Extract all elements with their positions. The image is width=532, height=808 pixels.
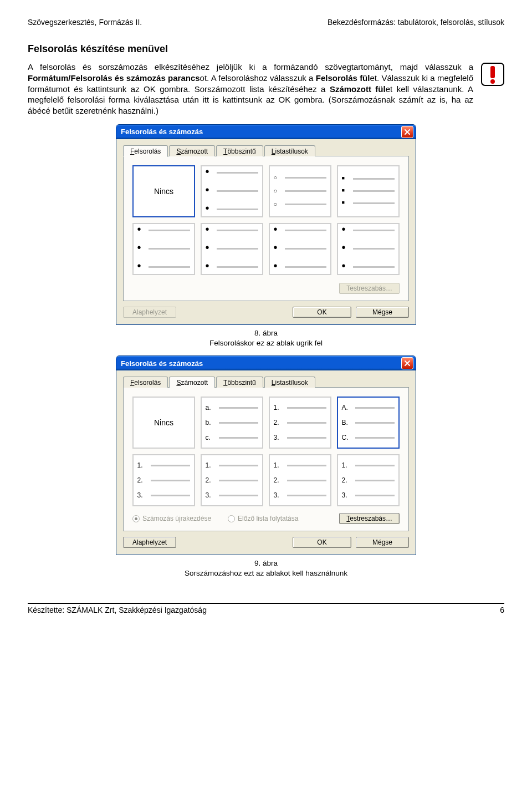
figure-caption-9: 9. ábra Sorszámozáshoz ezt az ablakot ke… [185, 558, 347, 578]
figure-caption-8: 8. ábra Felsoroláskor ez az ablak ugrik … [209, 328, 323, 348]
page-header: Szövegszerkesztés, Formázás II. Bekezdés… [28, 18, 504, 27]
bullet-option-square[interactable]: ■ ■ ■ [337, 165, 400, 217]
tab-bullets[interactable]: Felsorolás [123, 145, 168, 157]
tab-strip-2: Felsorolás Számozott Többszintű Listastí… [123, 377, 409, 388]
bullet-option-disc2[interactable]: • • • [132, 223, 195, 275]
number-option-7[interactable]: 1. 2. 3. [269, 454, 331, 506]
bullet-option-disc4[interactable]: • • • [269, 223, 331, 275]
dialog-title-2: Felsorolás és számozás [121, 359, 203, 368]
bullet-option-circle[interactable]: ○ ○ ○ [269, 165, 331, 217]
numbered-dialog: Felsorolás és számozás Felsorolás Számoz… [116, 355, 416, 555]
body-paragraph: A felsorolás és sorszámozás elkészítéséh… [28, 62, 473, 116]
radio-restart: Számozás újrakezdése [132, 515, 211, 522]
svg-point-2 [490, 79, 495, 84]
page-footer: Készítette: SZÁMALK Zrt, Szakképzési Iga… [28, 603, 504, 614]
reset-button-2[interactable]: Alaphelyzet [123, 537, 176, 548]
exclamation-icon [481, 63, 504, 86]
customize-button-2[interactable]: Testreszabás… [339, 513, 400, 524]
ok-button-2[interactable]: OK [293, 537, 351, 548]
number-option-5[interactable]: 1. 2. 3. [132, 454, 195, 506]
reset-button: Alaphelyzet [123, 307, 176, 318]
cancel-button-2[interactable]: Mégse [356, 537, 409, 548]
footer-left: Készítette: SZÁMALK Zrt, Szakképzési Iga… [28, 606, 207, 614]
tab-multilevel-2[interactable]: Többszintű [216, 377, 263, 388]
dialog-titlebar-2: Felsorolás és számozás [116, 356, 416, 370]
tab-bullets-2[interactable]: Felsorolás [123, 377, 168, 388]
bullet-option-disc[interactable]: • • • [201, 165, 263, 217]
footer-page-number: 6 [500, 606, 504, 614]
dialog-titlebar: Felsorolás és számozás [116, 125, 416, 139]
tab-numbered[interactable]: Számozott [169, 145, 215, 156]
close-button[interactable] [401, 126, 413, 138]
close-button-2[interactable] [401, 357, 413, 369]
cancel-button[interactable]: Mégse [356, 307, 409, 318]
tab-strip: Felsorolás Számozott Többszintű Listastí… [123, 145, 409, 156]
bullet-option-none[interactable]: Nincs [132, 165, 195, 217]
bullets-dialog: Felsorolás és számozás Felsorolás Számoz… [116, 124, 416, 325]
svg-rect-1 [490, 66, 495, 78]
number-option-123[interactable]: 1. 2. 3. [269, 397, 331, 449]
number-option-none[interactable]: Nincs [132, 397, 195, 449]
tab-liststyles[interactable]: Listastílusok [264, 145, 315, 156]
bullet-option-disc5[interactable]: • • • [337, 223, 400, 275]
section-title: Felsorolás készítése menüvel [28, 43, 504, 55]
number-option-abc[interactable]: a. b. c. [201, 397, 263, 449]
header-left: Szövegszerkesztés, Formázás II. [28, 18, 142, 27]
tab-numbered-2[interactable]: Számozott [169, 377, 215, 388]
number-option-6[interactable]: 1. 2. 3. [201, 454, 263, 506]
tab-liststyles-2[interactable]: Listastílusok [264, 377, 315, 388]
number-option-8[interactable]: 1. 2. 3. [337, 454, 400, 506]
number-option-ABC[interactable]: A. B. C. [337, 397, 400, 449]
ok-button[interactable]: OK [293, 307, 351, 318]
tab-multilevel[interactable]: Többszintű [216, 145, 263, 156]
radio-continue: Előző lista folytatása [228, 515, 298, 522]
bullet-option-disc3[interactable]: • • • [201, 223, 263, 275]
customize-button: Testreszabás… [339, 283, 400, 294]
header-right: Bekezdésformázás: tabulátorok, felsorolá… [328, 18, 504, 27]
dialog-title: Felsorolás és számozás [121, 128, 203, 136]
